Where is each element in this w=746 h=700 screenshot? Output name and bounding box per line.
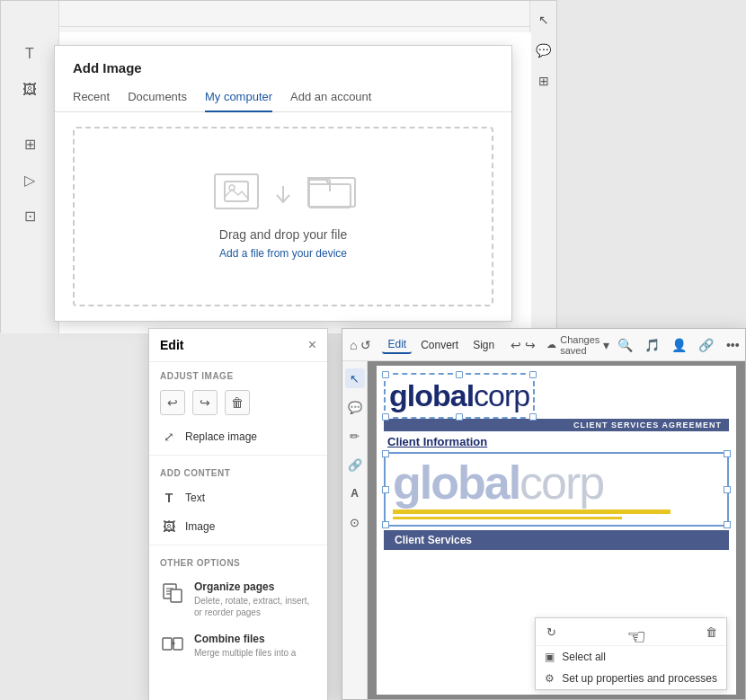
audio-button[interactable]: 🎵 — [640, 333, 663, 357]
more-icon: ⊡ — [17, 206, 42, 226]
properties-item[interactable]: ⚙ Set up properties and processes — [536, 668, 726, 689]
bg-sidebar-table[interactable]: ⊞ — [1, 127, 58, 163]
tab-my-computer[interactable]: My computer — [205, 84, 272, 112]
organize-pages-option[interactable]: Organize pages Delete, rotate, extract, … — [149, 573, 327, 625]
text-row[interactable]: T Text — [149, 483, 327, 512]
bg-sidebar-image[interactable]: 🖼 — [1, 73, 58, 109]
pdf-client-services: Client Services — [384, 530, 729, 550]
edit-button[interactable]: Edit — [382, 336, 412, 354]
more-button[interactable]: ••• — [721, 333, 744, 357]
undo-button[interactable]: ↩ — [160, 390, 185, 415]
sel-handle-tl — [382, 450, 389, 457]
save-dropdown-button[interactable]: ▾ — [603, 333, 609, 357]
stamp-rail-icon[interactable]: ⊙ — [345, 512, 365, 532]
yellow-line-1 — [393, 509, 671, 514]
select-all-item[interactable]: ▣ Select all — [536, 646, 726, 668]
context-refresh-button[interactable]: ↻ — [541, 622, 561, 642]
divider-1 — [149, 455, 327, 456]
combine-files-option[interactable]: Combine files Merge multiple files into … — [149, 625, 327, 666]
sel-handle-tr — [724, 450, 731, 457]
sel-handle-bl — [382, 521, 389, 528]
add-image-dropzone[interactable]: Drag and drop your file Add a file from … — [73, 127, 493, 306]
inner-corp: corp — [520, 459, 603, 506]
handle-bm — [456, 413, 463, 421]
bg-sidebar-text[interactable]: T — [1, 37, 58, 73]
text-label: Text — [185, 492, 205, 504]
tab-add-account[interactable]: Add an account — [290, 84, 371, 112]
bg-sidebar-more[interactable]: ⊡ — [1, 199, 58, 235]
drop-image-icon — [214, 173, 259, 209]
handle-tr — [529, 371, 537, 378]
select-all-icon: ▣ — [545, 651, 555, 663]
sel-handle-br — [724, 521, 731, 528]
cursor-rail-icon[interactable]: ↖ — [345, 368, 365, 388]
back-button[interactable]: ↺ — [360, 333, 371, 357]
sel-handle-ml — [382, 486, 389, 493]
link-button[interactable]: 🔗 — [694, 333, 717, 357]
sign-button[interactable]: Sign — [467, 337, 500, 353]
context-menu: ↻ 🗑 ▣ Select all ⚙ Set up properties and… — [535, 617, 727, 690]
bg-sidebar-media[interactable]: ▷ — [1, 163, 58, 199]
replace-image-row[interactable]: ⤢ Replace image — [149, 422, 327, 451]
organize-icon — [160, 580, 185, 606]
pdf-content: globalcorp CLIENT SERVICES AGREEMENT Cli… — [368, 361, 745, 699]
pdf-selected-image-box: globalcorp — [384, 452, 729, 527]
delete-button[interactable]: 🗑 — [225, 390, 250, 415]
right-toolbar: ↖ 💬 ⊞ — [529, 1, 556, 333]
redo-button[interactable]: ↪ — [192, 390, 218, 415]
handle-br — [529, 413, 537, 421]
pencil-rail-icon[interactable]: ✏ — [345, 426, 365, 446]
share-button[interactable]: 👤 — [667, 333, 690, 357]
link-rail-icon[interactable]: 🔗 — [345, 455, 365, 474]
acrobat-left-rail: ↖ 💬 ✏ 🔗 A ⊙ — [342, 361, 368, 699]
adjust-image-label: ADJUST IMAGE — [149, 362, 327, 386]
pdf-logo-box: globalcorp — [384, 373, 535, 419]
other-options-label: OTHER OPTIONS — [149, 549, 327, 573]
redo-btn[interactable]: ↪ — [525, 333, 536, 357]
organize-title: Organize pages — [194, 580, 316, 593]
sel-handle-mr — [724, 486, 731, 493]
drop-link[interactable]: Add a file from your device — [219, 247, 347, 260]
combine-icon — [160, 633, 185, 658]
organize-text: Organize pages Delete, rotate, extract, … — [194, 580, 316, 618]
undo-btn[interactable]: ↩ — [511, 333, 521, 357]
svg-rect-7 — [171, 589, 182, 602]
tab-recent[interactable]: Recent — [73, 84, 110, 112]
drop-icons — [214, 173, 352, 209]
rt-grid-icon[interactable]: ⊞ — [534, 71, 554, 91]
handle-tm — [456, 371, 463, 378]
properties-label: Set up properties and processes — [562, 672, 717, 685]
pdf-logo: globalcorp — [389, 378, 529, 413]
text-rail-icon[interactable]: A — [345, 483, 365, 503]
yellow-lines — [393, 509, 720, 519]
text-add-icon: T — [160, 489, 178, 507]
organize-desc: Delete, rotate, extract, insert, or reor… — [194, 595, 316, 618]
combine-text: Combine files Merge multiple files into … — [194, 633, 316, 659]
convert-button[interactable]: Convert — [415, 337, 464, 353]
image-icon: 🖼 — [17, 80, 42, 100]
divider-2 — [149, 545, 327, 545]
acrobat-toolbar: ⌂ ↺ Edit Convert Sign ↩ ↪ ☁ Changes save… — [342, 329, 745, 361]
combine-desc: Merge multiple files into a — [194, 647, 316, 659]
edit-panel-close-button[interactable]: × — [308, 338, 316, 352]
home-button[interactable]: ⌂ — [350, 333, 357, 357]
image-row[interactable]: 🖼 Image — [149, 512, 327, 541]
toolbar-right: 🔍 🎵 👤 🔗 ••• ? — [613, 333, 746, 357]
background-titlebar: Edit × — [1, 1, 556, 27]
background-sidebar: T 🖼 ⊞ ▷ ⊡ — [1, 1, 59, 333]
rt-comment-icon[interactable]: 💬 — [534, 40, 554, 60]
acrobat-window: ⌂ ↺ Edit Convert Sign ↩ ↪ ☁ Changes save… — [342, 328, 746, 700]
status-text: Changes saved — [560, 334, 599, 356]
inner-global: global — [393, 459, 520, 506]
properties-icon: ⚙ — [545, 672, 555, 685]
image-add-icon: 🖼 — [160, 518, 178, 536]
inner-logo: globalcorp — [393, 459, 720, 506]
add-content-label: ADD CONTENT — [149, 459, 327, 483]
rt-cursor-icon[interactable]: ↖ — [534, 10, 554, 30]
zoom-button[interactable]: 🔍 — [613, 333, 636, 357]
select-all-label: Select all — [562, 651, 606, 663]
tab-documents[interactable]: Documents — [128, 84, 187, 112]
svg-rect-8 — [163, 638, 172, 650]
comment-rail-icon[interactable]: 💬 — [345, 397, 365, 417]
context-trash-button[interactable]: 🗑 — [701, 622, 721, 642]
